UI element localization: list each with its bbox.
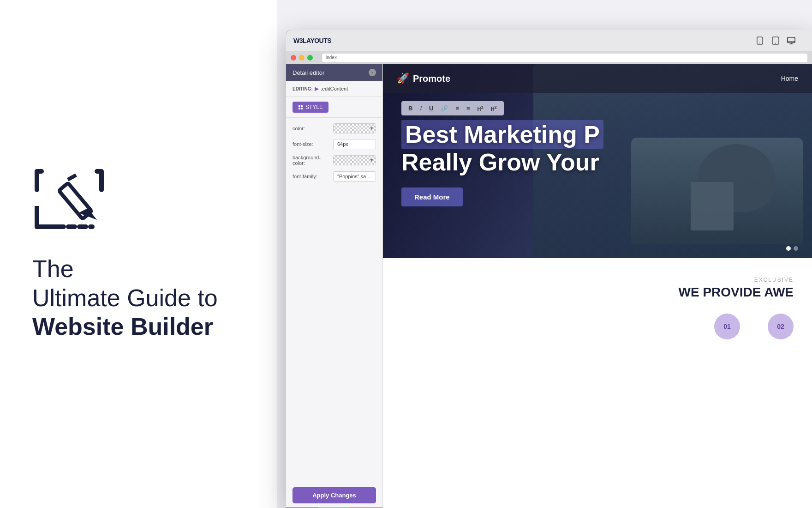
font-size-label: font-size:	[293, 141, 329, 147]
style-tab-button[interactable]: STYLE	[293, 102, 328, 113]
minimize-window-btn[interactable]	[299, 55, 304, 60]
svg-rect-11	[299, 105, 300, 107]
color-value[interactable]: ▼	[333, 123, 376, 133]
h2-btn[interactable]: H2	[489, 104, 499, 113]
detail-editor: Detail editor × EDITING: ▶ .editContent …	[286, 64, 383, 508]
left-panel: The Ultimate Guide to Website Builder	[0, 0, 277, 508]
site-logo: 🚀 Promote	[397, 73, 450, 85]
svg-rect-14	[301, 108, 303, 109]
color-label: color:	[293, 126, 329, 131]
browser-topbar: W3LAYOUTS	[286, 30, 812, 51]
font-family-value[interactable]: "Poppins",sa ...	[333, 171, 376, 181]
browser-content: Detail editor × EDITING: ▶ .editContent …	[286, 64, 812, 508]
close-window-btn[interactable]	[291, 55, 296, 60]
title-line2: Ultimate Guide to	[32, 284, 245, 312]
exclusive-label: Exclusive	[401, 277, 794, 283]
below-hero-section: Exclusive WE PROVIDE AWE 01 02	[383, 258, 812, 358]
hero-dot-1[interactable]	[786, 246, 791, 251]
tablet-icon[interactable]	[771, 36, 780, 45]
bg-color-field-row: background-color: ▼	[293, 155, 376, 166]
mobile-icon[interactable]	[756, 36, 764, 45]
title-line3: Website Builder	[32, 312, 245, 341]
bg-color-label: background-color:	[293, 155, 329, 166]
hero-dot-2[interactable]	[794, 246, 798, 251]
font-family-label: font-family:	[293, 174, 329, 179]
breadcrumb-class: .editContent	[321, 86, 348, 91]
bg-color-value[interactable]: ▼	[333, 155, 376, 165]
text-editor-toolbar: B I U 🔗 ≡ ≡ H1 H2	[401, 101, 504, 115]
hero-line2: Really Grow Your	[401, 149, 794, 176]
italic-btn[interactable]: I	[418, 104, 424, 113]
edit-icon	[32, 167, 106, 231]
tab-bar: index	[286, 51, 812, 64]
editor-fields: color: ▼ font-size: 64px bac	[286, 118, 382, 484]
read-more-button[interactable]: Read More	[401, 187, 463, 206]
underline-btn[interactable]: U	[427, 104, 436, 113]
hero-line1: Best Marketing P	[401, 121, 794, 149]
hero-dots	[786, 246, 798, 251]
window-buttons	[291, 55, 313, 60]
nav-home[interactable]: Home	[781, 75, 798, 82]
editor-header: Detail editor ×	[286, 64, 382, 81]
font-size-field-row: font-size: 64px	[293, 139, 376, 149]
maximize-window-btn[interactable]	[307, 55, 313, 60]
color-field-row: color: ▼	[293, 123, 376, 133]
service-01: 01	[714, 314, 740, 339]
breadcrumb-arrow: ▶	[315, 85, 319, 92]
font-family-field-row: font-family: "Poppins",sa ...	[293, 171, 376, 181]
bold-btn[interactable]: B	[406, 104, 415, 113]
site-nav: 🚀 Promote Home	[383, 64, 812, 93]
rocket-icon: 🚀	[397, 73, 409, 85]
website-preview: 🚀 Promote Home B I U 🔗 ≡	[383, 64, 812, 508]
editor-close-button[interactable]: ×	[369, 69, 376, 76]
editor-title: Detail editor	[293, 69, 324, 76]
hero-line2-text: Really Grow Your	[401, 149, 599, 175]
font-size-value[interactable]: 64px	[333, 139, 376, 149]
svg-rect-13	[299, 108, 300, 109]
service-numbers: 01 02	[401, 314, 794, 339]
browser-logo: W3LAYOUTS	[293, 37, 331, 44]
desktop-icon[interactable]	[787, 36, 795, 45]
title-line1: The	[32, 254, 245, 283]
hero-section: 🚀 Promote Home B I U 🔗 ≡	[383, 64, 812, 258]
browser-icons	[756, 36, 795, 45]
url-bar[interactable]: index	[322, 54, 807, 62]
right-panel: W3LAYOUTS	[277, 0, 812, 508]
services-headline: WE PROVIDE AWE	[401, 285, 794, 300]
svg-rect-12	[301, 105, 303, 107]
hero-highlight-text: Best Marketing P	[401, 120, 603, 149]
editing-label: EDITING:	[293, 86, 313, 91]
svg-rect-7	[788, 37, 795, 43]
left-text: The Ultimate Guide to Website Builder	[32, 254, 245, 341]
site-logo-text: Promote	[413, 73, 450, 84]
h1-btn[interactable]: H1	[475, 104, 486, 113]
editor-breadcrumb: EDITING: ▶ .editContent	[286, 81, 382, 97]
url-text: index	[326, 55, 337, 60]
ordered-list-btn[interactable]: ≡	[464, 104, 472, 113]
service-02: 02	[768, 314, 794, 339]
link-btn[interactable]: 🔗	[438, 104, 450, 113]
svg-line-2	[68, 175, 76, 180]
apply-changes-button[interactable]: Apply Changes	[293, 487, 376, 503]
hero-headline: Best Marketing P Really Grow Your	[401, 121, 794, 176]
editor-tabs: STYLE	[286, 97, 382, 118]
browser-window: W3LAYOUTS	[286, 30, 812, 508]
list-btn[interactable]: ≡	[453, 104, 461, 113]
